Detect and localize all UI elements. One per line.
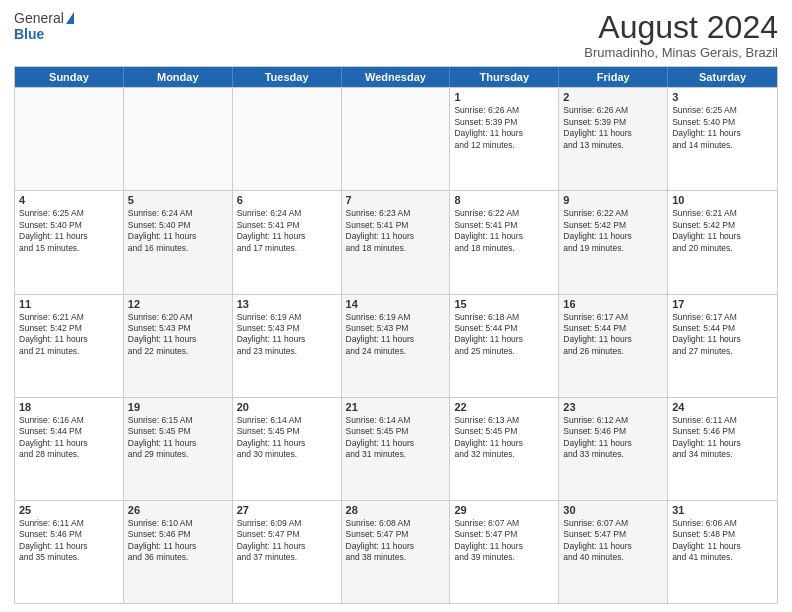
day-cell-12: 12Sunrise: 6:20 AMSunset: 5:43 PMDayligh… (124, 295, 233, 397)
calendar-row-5: 25Sunrise: 6:11 AMSunset: 5:46 PMDayligh… (15, 500, 777, 603)
day-cell-6: 6Sunrise: 6:24 AMSunset: 5:41 PMDaylight… (233, 191, 342, 293)
logo-triangle-icon (66, 12, 74, 24)
day-info: Sunrise: 6:08 AMSunset: 5:47 PMDaylight:… (346, 518, 446, 564)
day-info: Sunrise: 6:24 AMSunset: 5:41 PMDaylight:… (237, 208, 337, 254)
day-info: Sunrise: 6:26 AMSunset: 5:39 PMDaylight:… (563, 105, 663, 151)
day-cell-13: 13Sunrise: 6:19 AMSunset: 5:43 PMDayligh… (233, 295, 342, 397)
day-number: 9 (563, 194, 663, 206)
day-cell-30: 30Sunrise: 6:07 AMSunset: 5:47 PMDayligh… (559, 501, 668, 603)
day-cell-7: 7Sunrise: 6:23 AMSunset: 5:41 PMDaylight… (342, 191, 451, 293)
day-number: 15 (454, 298, 554, 310)
day-info: Sunrise: 6:18 AMSunset: 5:44 PMDaylight:… (454, 312, 554, 358)
day-cell-3: 3Sunrise: 6:25 AMSunset: 5:40 PMDaylight… (668, 88, 777, 190)
day-info: Sunrise: 6:14 AMSunset: 5:45 PMDaylight:… (237, 415, 337, 461)
day-info: Sunrise: 6:25 AMSunset: 5:40 PMDaylight:… (672, 105, 773, 151)
day-info: Sunrise: 6:22 AMSunset: 5:42 PMDaylight:… (563, 208, 663, 254)
day-number: 12 (128, 298, 228, 310)
day-number: 1 (454, 91, 554, 103)
day-number: 31 (672, 504, 773, 516)
day-info: Sunrise: 6:20 AMSunset: 5:43 PMDaylight:… (128, 312, 228, 358)
day-cell-22: 22Sunrise: 6:13 AMSunset: 5:45 PMDayligh… (450, 398, 559, 500)
empty-cell (342, 88, 451, 190)
day-info: Sunrise: 6:06 AMSunset: 5:48 PMDaylight:… (672, 518, 773, 564)
calendar-row-4: 18Sunrise: 6:16 AMSunset: 5:44 PMDayligh… (15, 397, 777, 500)
day-number: 30 (563, 504, 663, 516)
day-number: 3 (672, 91, 773, 103)
day-number: 28 (346, 504, 446, 516)
calendar-row-3: 11Sunrise: 6:21 AMSunset: 5:42 PMDayligh… (15, 294, 777, 397)
day-info: Sunrise: 6:09 AMSunset: 5:47 PMDaylight:… (237, 518, 337, 564)
day-cell-4: 4Sunrise: 6:25 AMSunset: 5:40 PMDaylight… (15, 191, 124, 293)
day-cell-15: 15Sunrise: 6:18 AMSunset: 5:44 PMDayligh… (450, 295, 559, 397)
day-number: 14 (346, 298, 446, 310)
day-number: 4 (19, 194, 119, 206)
day-number: 20 (237, 401, 337, 413)
day-number: 10 (672, 194, 773, 206)
day-info: Sunrise: 6:26 AMSunset: 5:39 PMDaylight:… (454, 105, 554, 151)
calendar-header: SundayMondayTuesdayWednesdayThursdayFrid… (15, 67, 777, 87)
day-number: 16 (563, 298, 663, 310)
calendar-body: 1Sunrise: 6:26 AMSunset: 5:39 PMDaylight… (15, 87, 777, 603)
weekday-header-wednesday: Wednesday (342, 67, 451, 87)
day-cell-19: 19Sunrise: 6:15 AMSunset: 5:45 PMDayligh… (124, 398, 233, 500)
day-info: Sunrise: 6:23 AMSunset: 5:41 PMDaylight:… (346, 208, 446, 254)
day-cell-10: 10Sunrise: 6:21 AMSunset: 5:42 PMDayligh… (668, 191, 777, 293)
day-number: 7 (346, 194, 446, 206)
weekday-header-thursday: Thursday (450, 67, 559, 87)
day-info: Sunrise: 6:19 AMSunset: 5:43 PMDaylight:… (346, 312, 446, 358)
day-cell-16: 16Sunrise: 6:17 AMSunset: 5:44 PMDayligh… (559, 295, 668, 397)
logo: General Blue (14, 10, 74, 42)
header: General Blue August 2024 Brumadinho, Min… (14, 10, 778, 60)
day-cell-18: 18Sunrise: 6:16 AMSunset: 5:44 PMDayligh… (15, 398, 124, 500)
weekday-header-monday: Monday (124, 67, 233, 87)
day-cell-31: 31Sunrise: 6:06 AMSunset: 5:48 PMDayligh… (668, 501, 777, 603)
day-info: Sunrise: 6:22 AMSunset: 5:41 PMDaylight:… (454, 208, 554, 254)
calendar: SundayMondayTuesdayWednesdayThursdayFrid… (14, 66, 778, 604)
day-info: Sunrise: 6:12 AMSunset: 5:46 PMDaylight:… (563, 415, 663, 461)
weekday-header-sunday: Sunday (15, 67, 124, 87)
empty-cell (233, 88, 342, 190)
logo-general-text: General (14, 10, 64, 26)
title-section: August 2024 Brumadinho, Minas Gerais, Br… (584, 10, 778, 60)
day-info: Sunrise: 6:13 AMSunset: 5:45 PMDaylight:… (454, 415, 554, 461)
logo-blue-text: Blue (14, 26, 44, 42)
day-cell-11: 11Sunrise: 6:21 AMSunset: 5:42 PMDayligh… (15, 295, 124, 397)
month-title: August 2024 (584, 10, 778, 45)
day-info: Sunrise: 6:11 AMSunset: 5:46 PMDaylight:… (19, 518, 119, 564)
day-number: 2 (563, 91, 663, 103)
day-info: Sunrise: 6:07 AMSunset: 5:47 PMDaylight:… (563, 518, 663, 564)
day-cell-14: 14Sunrise: 6:19 AMSunset: 5:43 PMDayligh… (342, 295, 451, 397)
day-cell-26: 26Sunrise: 6:10 AMSunset: 5:46 PMDayligh… (124, 501, 233, 603)
day-cell-5: 5Sunrise: 6:24 AMSunset: 5:40 PMDaylight… (124, 191, 233, 293)
day-info: Sunrise: 6:21 AMSunset: 5:42 PMDaylight:… (672, 208, 773, 254)
day-number: 19 (128, 401, 228, 413)
day-number: 22 (454, 401, 554, 413)
day-cell-28: 28Sunrise: 6:08 AMSunset: 5:47 PMDayligh… (342, 501, 451, 603)
day-info: Sunrise: 6:07 AMSunset: 5:47 PMDaylight:… (454, 518, 554, 564)
day-info: Sunrise: 6:11 AMSunset: 5:46 PMDaylight:… (672, 415, 773, 461)
day-info: Sunrise: 6:17 AMSunset: 5:44 PMDaylight:… (672, 312, 773, 358)
day-info: Sunrise: 6:16 AMSunset: 5:44 PMDaylight:… (19, 415, 119, 461)
day-cell-21: 21Sunrise: 6:14 AMSunset: 5:45 PMDayligh… (342, 398, 451, 500)
day-info: Sunrise: 6:17 AMSunset: 5:44 PMDaylight:… (563, 312, 663, 358)
day-info: Sunrise: 6:21 AMSunset: 5:42 PMDaylight:… (19, 312, 119, 358)
day-number: 13 (237, 298, 337, 310)
day-cell-29: 29Sunrise: 6:07 AMSunset: 5:47 PMDayligh… (450, 501, 559, 603)
day-cell-23: 23Sunrise: 6:12 AMSunset: 5:46 PMDayligh… (559, 398, 668, 500)
day-info: Sunrise: 6:14 AMSunset: 5:45 PMDaylight:… (346, 415, 446, 461)
day-cell-20: 20Sunrise: 6:14 AMSunset: 5:45 PMDayligh… (233, 398, 342, 500)
empty-cell (15, 88, 124, 190)
day-number: 21 (346, 401, 446, 413)
day-number: 8 (454, 194, 554, 206)
empty-cell (124, 88, 233, 190)
weekday-header-saturday: Saturday (668, 67, 777, 87)
day-number: 5 (128, 194, 228, 206)
day-number: 24 (672, 401, 773, 413)
location-subtitle: Brumadinho, Minas Gerais, Brazil (584, 45, 778, 60)
day-cell-8: 8Sunrise: 6:22 AMSunset: 5:41 PMDaylight… (450, 191, 559, 293)
day-cell-24: 24Sunrise: 6:11 AMSunset: 5:46 PMDayligh… (668, 398, 777, 500)
day-number: 11 (19, 298, 119, 310)
weekday-header-tuesday: Tuesday (233, 67, 342, 87)
day-number: 29 (454, 504, 554, 516)
day-cell-1: 1Sunrise: 6:26 AMSunset: 5:39 PMDaylight… (450, 88, 559, 190)
